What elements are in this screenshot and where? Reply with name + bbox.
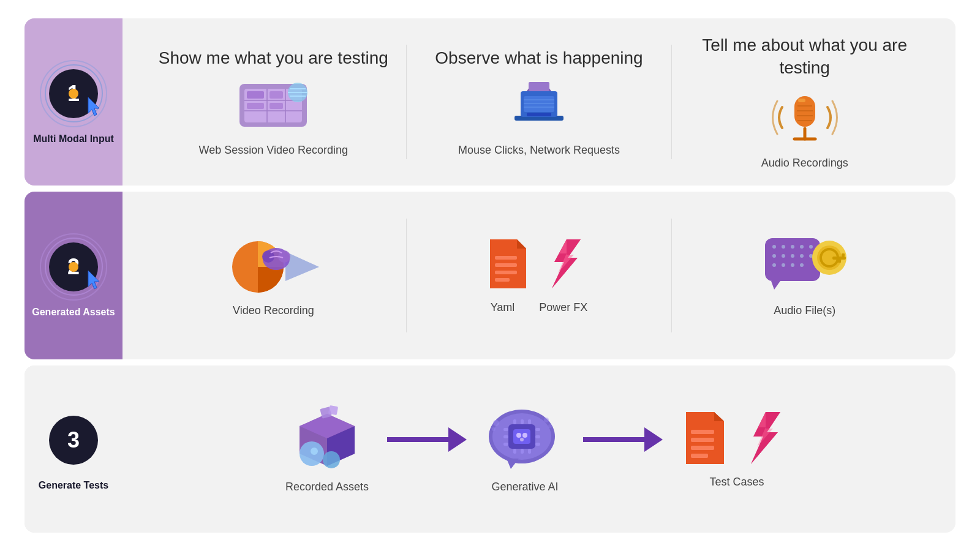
svg-rect-95 (691, 430, 714, 434)
svg-rect-19 (524, 96, 554, 112)
svg-rect-85 (521, 449, 524, 454)
row-generate-tests: 3 Generate Tests (24, 365, 956, 533)
svg-point-46 (809, 245, 813, 249)
mic-icon (771, 89, 839, 147)
svg-point-54 (791, 263, 794, 267)
svg-rect-86 (528, 449, 531, 454)
label-panel-3: 3 Generate Tests (24, 365, 123, 533)
svg-rect-20 (527, 113, 551, 116)
row1-content: Show me what you are testing (123, 18, 956, 186)
row-multimodal: 1 Multi Modal Input Show me what you are… (24, 18, 956, 186)
svg-rect-25 (798, 99, 805, 102)
svg-rect-7 (247, 91, 264, 99)
svg-point-90 (520, 438, 524, 441)
svg-point-55 (800, 263, 804, 267)
col3-header: Tell me about what you are testing (684, 34, 925, 79)
screen-recording-icon (233, 79, 313, 134)
svg-rect-98 (691, 454, 708, 458)
svg-rect-77 (503, 443, 508, 446)
step1-circle: 1 (49, 69, 98, 118)
col5b-label: Power FX (539, 301, 587, 314)
svg-point-52 (772, 263, 776, 267)
svg-point-48 (782, 254, 785, 258)
svg-rect-67 (328, 405, 338, 415)
svg-rect-78 (535, 428, 540, 431)
svg-rect-81 (513, 419, 516, 424)
svg-marker-73 (507, 459, 519, 469)
svg-point-89 (522, 433, 527, 438)
yaml-icon (485, 236, 531, 291)
svg-point-93 (544, 418, 549, 422)
svg-point-70 (323, 451, 340, 468)
col6-audio-file: Audio File(s) (672, 227, 937, 323)
svg-rect-96 (691, 438, 714, 442)
test-cases-item: Test Cases (681, 409, 793, 489)
arrow-1 (387, 427, 467, 452)
step2-circle: 2 (49, 242, 98, 291)
svg-rect-41 (765, 238, 820, 281)
col1-label: Web Session Video Recording (199, 144, 348, 157)
col6-label: Audio File(s) (774, 304, 835, 317)
col2-label: Mouse Clicks, Network Requests (458, 144, 620, 157)
svg-rect-40 (495, 278, 510, 282)
step2-label: Generated Assets (32, 307, 115, 318)
generative-ai-label: Generative AI (491, 481, 558, 493)
generative-ai-icon (485, 405, 565, 472)
col1-header: Show me what you are testing (159, 47, 388, 69)
svg-rect-61 (842, 253, 845, 257)
row-generated: 2 Generated Assets (24, 192, 956, 359)
col4-label: Video Recording (233, 304, 314, 317)
col2-header: Observe what is happening (435, 47, 643, 69)
step2-ripple: 2 (40, 233, 107, 301)
step3-ripple: 3 (40, 407, 107, 474)
step2-dot (69, 262, 78, 272)
svg-rect-80 (535, 443, 540, 446)
svg-rect-60 (832, 257, 846, 260)
arrow-shaft-1 (387, 437, 448, 442)
svg-rect-37 (495, 256, 517, 260)
test-yaml-icon (681, 409, 729, 467)
svg-marker-33 (285, 252, 319, 281)
test-cases-icons (681, 409, 793, 467)
svg-point-44 (791, 245, 794, 249)
video-recording-icon (224, 233, 322, 294)
arrow-head-2 (644, 427, 663, 452)
svg-rect-97 (691, 446, 714, 450)
svg-rect-84 (513, 449, 516, 454)
svg-marker-0 (88, 97, 99, 116)
main-container: 1 Multi Modal Input Show me what you are… (24, 18, 956, 533)
recorded-assets-item: Recorded Assets (285, 405, 369, 493)
recorded-assets-icon (287, 405, 367, 472)
svg-rect-38 (495, 263, 517, 267)
col2-observe: Observe what is happening (407, 41, 672, 163)
cursor-icon-2 (86, 271, 103, 290)
col1-show: Show me what you are testing (141, 41, 406, 163)
arrow-head-1 (448, 427, 467, 452)
cursor-icon-1 (86, 97, 103, 117)
step3-number: 3 (67, 427, 80, 453)
row2-content: Video Recording (123, 192, 956, 359)
svg-marker-56 (771, 281, 780, 290)
test-powerfx-icon (739, 409, 793, 467)
arrow-2 (583, 427, 663, 452)
svg-point-91 (493, 420, 499, 426)
svg-rect-9 (247, 103, 264, 109)
step1-dot (69, 89, 78, 99)
svg-rect-82 (521, 419, 524, 424)
step3-label: Generate Tests (39, 480, 108, 491)
svg-point-42 (772, 245, 776, 249)
camera-icon (502, 79, 576, 134)
svg-point-88 (516, 433, 521, 438)
svg-marker-31 (88, 271, 99, 289)
step1-ripple: 1 (40, 60, 107, 127)
svg-rect-8 (270, 91, 283, 99)
svg-rect-39 (495, 271, 517, 274)
svg-rect-62 (838, 260, 841, 263)
svg-point-49 (791, 254, 794, 258)
svg-point-69 (311, 448, 318, 455)
svg-rect-75 (503, 428, 508, 431)
step3-circle: 3 (49, 416, 98, 465)
svg-point-50 (800, 254, 804, 258)
svg-point-94 (548, 424, 552, 428)
svg-point-45 (800, 245, 804, 249)
